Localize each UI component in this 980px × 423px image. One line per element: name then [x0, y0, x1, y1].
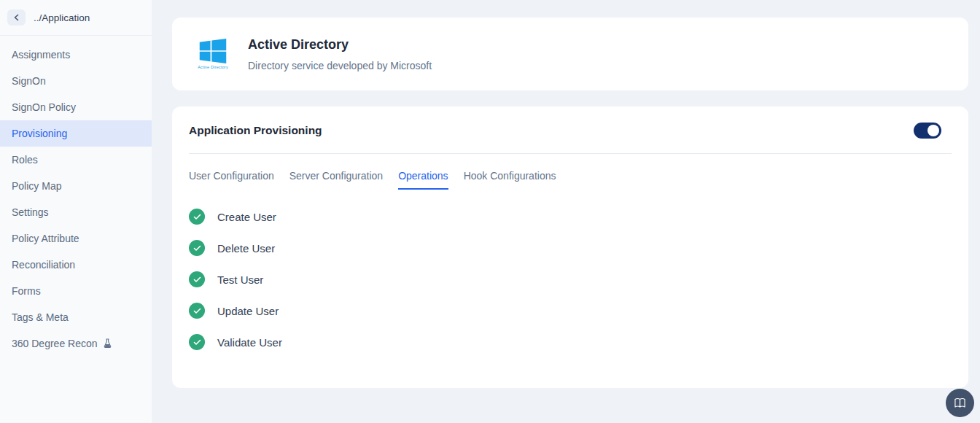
sidebar-item-provisioning[interactable]: Provisioning: [0, 120, 152, 147]
operation-label: Delete User: [217, 242, 275, 255]
app-logo: Active Directory: [194, 39, 232, 69]
check-circle-icon: [189, 271, 205, 287]
windows-logo-icon: [199, 39, 227, 63]
sidebar-header: ../Application: [0, 0, 152, 36]
provisioning-header: Application Provisioning: [172, 123, 968, 139]
app-header-text: Active Directory Directory service devel…: [248, 37, 432, 71]
sidebar-item-label: Reconciliation: [12, 258, 75, 271]
tab-hook-configurations[interactable]: Hook Configurations: [464, 170, 556, 190]
open-book-icon: [954, 397, 966, 408]
sidebar-item-forms[interactable]: Forms: [0, 278, 152, 304]
sidebar-item-label: SignOn Policy: [12, 101, 76, 114]
operation-label: Test User: [217, 273, 263, 286]
page-title: Active Directory: [248, 37, 432, 53]
operation-row-validate-user: Validate User: [189, 334, 952, 350]
tab-bar: User Configuration Server Configuration …: [172, 154, 968, 190]
sidebar-item-policy-map[interactable]: Policy Map: [0, 173, 152, 199]
sidebar-item-label: SignOn: [12, 74, 46, 88]
toggle-knob: [928, 125, 939, 136]
sidebar-item-label: Policy Attribute: [12, 232, 79, 245]
sidebar-item-tags-meta[interactable]: Tags & Meta: [0, 304, 152, 330]
sidebar-item-label: Assignments: [12, 48, 70, 61]
sidebar-item-label: Provisioning: [12, 127, 67, 140]
sidebar-item-360-degree-recon[interactable]: 360 Degree Recon: [0, 330, 152, 357]
provisioning-card: Application Provisioning User Configurat…: [172, 106, 968, 388]
sidebar-item-policy-attribute[interactable]: Policy Attribute: [0, 225, 152, 252]
provisioning-toggle[interactable]: [914, 123, 941, 139]
operation-label: Update User: [217, 305, 279, 317]
check-circle-icon: [189, 334, 205, 350]
sidebar-item-roles[interactable]: Roles: [0, 147, 152, 173]
operation-row-delete-user: Delete User: [189, 240, 952, 256]
main-content: Active Directory Active Directory Direct…: [152, 0, 980, 423]
operation-label: Create User: [217, 211, 276, 223]
sidebar-item-label: Policy Map: [12, 179, 61, 193]
operation-row-create-user: Create User: [189, 209, 952, 225]
sidebar-item-label: Settings: [12, 206, 49, 219]
sidebar-item-assignments[interactable]: Assignments: [0, 42, 152, 68]
check-circle-icon: [189, 303, 205, 319]
app-header-card: Active Directory Active Directory Direct…: [172, 18, 968, 90]
sidebar-nav: Assignments SignOn SignOn Policy Provisi…: [0, 36, 152, 357]
chevron-left-icon: [13, 14, 20, 21]
sidebar-item-label: 360 Degree Recon: [12, 337, 98, 350]
sidebar-item-label: Tags & Meta: [12, 311, 69, 324]
flask-icon: [103, 338, 112, 349]
section-title: Application Provisioning: [189, 124, 322, 137]
sidebar-item-label: Roles: [12, 153, 38, 166]
back-button[interactable]: [7, 9, 26, 26]
sidebar-item-reconciliation[interactable]: Reconciliation: [0, 252, 152, 278]
breadcrumb[interactable]: ../Application: [34, 12, 90, 23]
page-subtitle: Directory service developed by Microsoft: [248, 60, 432, 71]
operation-label: Validate User: [217, 336, 282, 349]
app-logo-caption: Active Directory: [198, 65, 228, 69]
tab-user-configuration[interactable]: User Configuration: [189, 170, 274, 190]
sidebar-item-signon[interactable]: SignOn: [0, 68, 152, 94]
sidebar: ../Application Assignments SignOn SignOn…: [0, 0, 152, 423]
sidebar-item-settings[interactable]: Settings: [0, 199, 152, 225]
tab-server-configuration[interactable]: Server Configuration: [289, 170, 383, 190]
sidebar-item-label: Forms: [12, 284, 41, 298]
help-docs-fab[interactable]: [946, 389, 974, 417]
check-circle-icon: [189, 240, 205, 256]
operations-list: Create User Delete User Test User Update…: [172, 190, 968, 350]
check-circle-icon: [189, 209, 205, 225]
tab-operations[interactable]: Operations: [398, 170, 448, 190]
operation-row-update-user: Update User: [189, 303, 952, 319]
sidebar-item-signon-policy[interactable]: SignOn Policy: [0, 94, 152, 120]
operation-row-test-user: Test User: [189, 271, 952, 287]
